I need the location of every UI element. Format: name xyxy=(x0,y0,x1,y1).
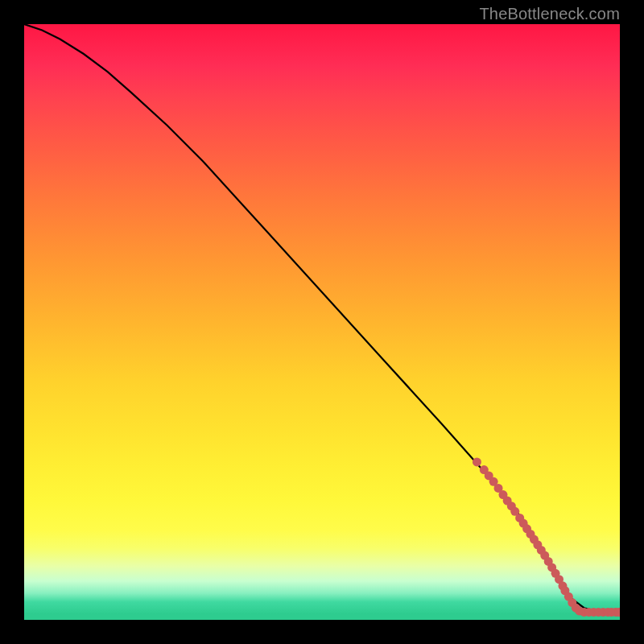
chart-overlay xyxy=(24,24,620,620)
plot-area xyxy=(24,24,620,620)
data-marker xyxy=(473,457,481,466)
watermark-text: TheBottleneck.com xyxy=(479,5,620,23)
performance-curve xyxy=(24,24,620,612)
chart-stage: TheBottleneck.com xyxy=(0,0,644,644)
marker-series xyxy=(473,457,620,616)
